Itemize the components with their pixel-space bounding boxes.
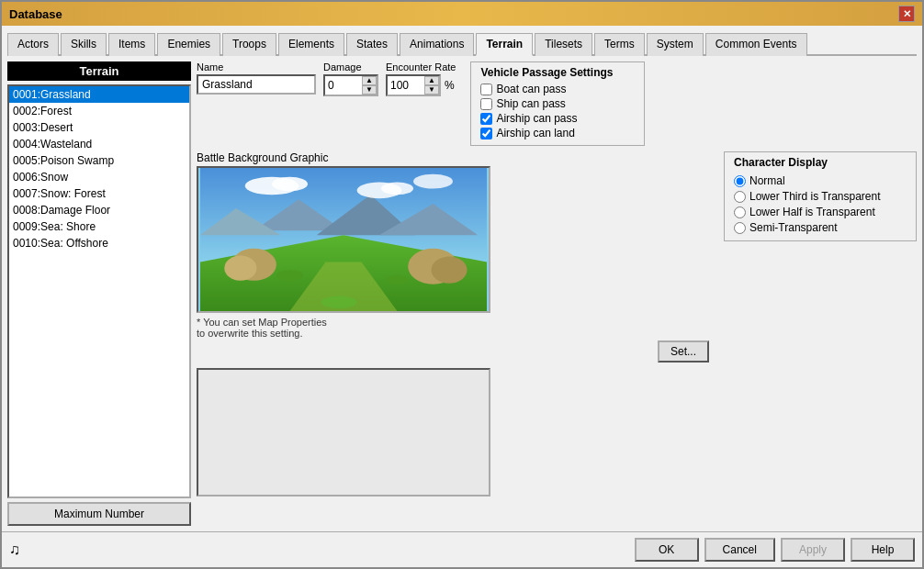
battle-background-hint: * You can set Map Propertiesto overwrite…: [197, 317, 709, 339]
list-item[interactable]: 0007:Snow: Forest: [9, 185, 189, 202]
battle-background-label: Battle Background Graphic: [197, 151, 709, 164]
svg-point-18: [321, 296, 357, 308]
list-item[interactable]: 0008:Damage Floor: [9, 202, 189, 218]
battle-background-area: Battle Background Graphic: [197, 151, 709, 496]
help-label: Help: [872, 543, 895, 556]
encounter-group: Encounter Rate ▲ ▼ %: [386, 61, 456, 96]
damage-down-button[interactable]: ▼: [362, 85, 377, 95]
boat-can-pass-row: Boat can pass: [480, 83, 635, 95]
music-icon: ♫: [9, 541, 20, 557]
tab-states[interactable]: States: [346, 33, 398, 56]
tab-troops[interactable]: Troops: [222, 33, 276, 56]
character-display-title: Character Display: [734, 156, 907, 169]
radio-lower-half-row: Lower Half is Transparent: [734, 206, 907, 218]
encounter-rate-suffix: %: [445, 79, 455, 92]
svg-point-17: [387, 275, 408, 284]
window-title: Database: [9, 7, 62, 21]
radio-normal-label: Normal: [749, 174, 785, 187]
encounter-rate-down-button[interactable]: ▼: [424, 85, 439, 95]
left-panel: Terrain 0001:Grassland 0002:Forest 0003:…: [7, 61, 191, 526]
list-item[interactable]: 0004:Wasteland: [9, 136, 189, 152]
damage-up-button[interactable]: ▲: [362, 76, 377, 85]
radio-normal[interactable]: [734, 175, 746, 187]
cancel-label: Cancel: [723, 543, 757, 556]
radio-semi-transparent-label: Semi-Transparent: [749, 221, 838, 234]
radio-normal-row: Normal: [734, 174, 907, 187]
tab-terrain[interactable]: Terrain: [476, 33, 533, 56]
tab-system[interactable]: System: [647, 33, 704, 56]
main-area: Terrain 0001:Grassland 0002:Forest 0003:…: [7, 61, 917, 526]
ship-can-pass-checkbox[interactable]: [480, 98, 492, 110]
damage-spinner: ▲ ▼: [323, 74, 378, 96]
encounter-rate-up-button[interactable]: ▲: [424, 76, 439, 85]
second-background-box[interactable]: [197, 368, 490, 496]
name-label: Name: [197, 61, 316, 73]
encounter-rate-row: ▲ ▼ %: [386, 74, 456, 96]
airship-can-land-label: Airship can land: [496, 127, 574, 139]
ok-button[interactable]: OK: [635, 538, 699, 562]
ship-can-pass-label: Ship can pass: [496, 97, 565, 110]
vehicle-passage-section: Vehicle Passage Settings Boat can pass S…: [470, 61, 645, 146]
radio-lower-half[interactable]: [734, 206, 746, 218]
set-btn-row: Set...: [197, 340, 709, 363]
list-item[interactable]: 0010:Sea: Offshore: [9, 235, 189, 251]
close-button[interactable]: ✕: [898, 6, 915, 22]
tab-enemies[interactable]: Enemies: [157, 33, 220, 56]
terrain-list[interactable]: 0001:Grassland 0002:Forest 0003:Desert 0…: [7, 84, 191, 498]
top-section: Name Damage ▲ ▼: [197, 61, 917, 146]
tab-common-events[interactable]: Common Events: [705, 33, 807, 56]
boat-can-pass-checkbox[interactable]: [480, 84, 492, 95]
ok-label: OK: [659, 543, 674, 556]
apply-label: Apply: [799, 543, 827, 556]
help-button[interactable]: Help: [851, 538, 915, 562]
tab-bar: Actors Skills Items Enemies Troops Eleme…: [7, 31, 917, 56]
apply-button[interactable]: Apply: [781, 538, 845, 562]
tab-elements[interactable]: Elements: [278, 33, 344, 56]
airship-can-pass-label: Airship can pass: [496, 112, 577, 125]
battle-background-image[interactable]: [197, 166, 490, 313]
vehicle-passage-title: Vehicle Passage Settings: [480, 66, 635, 79]
tab-actors[interactable]: Actors: [7, 33, 59, 56]
airship-can-land-row: Airship can land: [480, 127, 635, 139]
encounter-rate-label: Encounter Rate: [386, 61, 456, 73]
svg-point-16: [276, 270, 303, 281]
music-icon-area: ♫: [9, 541, 20, 558]
list-item[interactable]: 0002:Forest: [9, 103, 189, 119]
radio-lower-third-label: Lower Third is Transparent: [749, 190, 881, 203]
svg-point-9: [413, 174, 453, 189]
airship-can-land-checkbox[interactable]: [480, 128, 492, 139]
right-panel: Name Damage ▲ ▼: [197, 61, 917, 526]
battle-scene-svg: [198, 168, 489, 311]
tab-tilesets[interactable]: Tilesets: [535, 33, 592, 56]
max-number-button[interactable]: Maximum Number: [7, 502, 191, 526]
tab-animations[interactable]: Animations: [400, 33, 474, 56]
name-input[interactable]: [197, 74, 316, 95]
left-panel-title: Terrain: [7, 61, 191, 81]
main-window: Database ✕ Actors Skills Items Enemies T…: [0, 0, 924, 569]
ship-can-pass-row: Ship can pass: [480, 97, 635, 110]
list-item[interactable]: 0009:Sea: Shore: [9, 218, 189, 235]
bottom-bar: ♫ OK Cancel Apply Help: [2, 531, 922, 567]
tab-items[interactable]: Items: [108, 33, 155, 56]
set-button[interactable]: Set...: [658, 340, 709, 363]
svg-point-15: [432, 257, 468, 284]
middle-section: Battle Background Graphic: [197, 151, 917, 496]
svg-point-6: [272, 177, 308, 192]
tab-terms[interactable]: Terms: [594, 33, 645, 56]
airship-can-pass-checkbox[interactable]: [480, 113, 492, 125]
character-display-section: Character Display Normal Lower Third is …: [724, 151, 917, 241]
list-item[interactable]: 0001:Grassland: [9, 86, 189, 103]
cancel-button[interactable]: Cancel: [704, 538, 775, 562]
radio-semi-transparent-row: Semi-Transparent: [734, 221, 907, 234]
radio-lower-half-label: Lower Half is Transparent: [749, 206, 875, 218]
boat-can-pass-label: Boat can pass: [496, 83, 566, 95]
list-item[interactable]: 0006:Snow: [9, 169, 189, 185]
encounter-rate-input[interactable]: [388, 78, 424, 93]
damage-input[interactable]: [325, 78, 362, 93]
radio-lower-third[interactable]: [734, 191, 746, 203]
damage-spinner-buttons: ▲ ▼: [362, 76, 377, 95]
list-item[interactable]: 0005:Poison Swamp: [9, 152, 189, 169]
list-item[interactable]: 0003:Desert: [9, 119, 189, 136]
radio-semi-transparent[interactable]: [734, 222, 746, 234]
tab-skills[interactable]: Skills: [61, 33, 107, 56]
